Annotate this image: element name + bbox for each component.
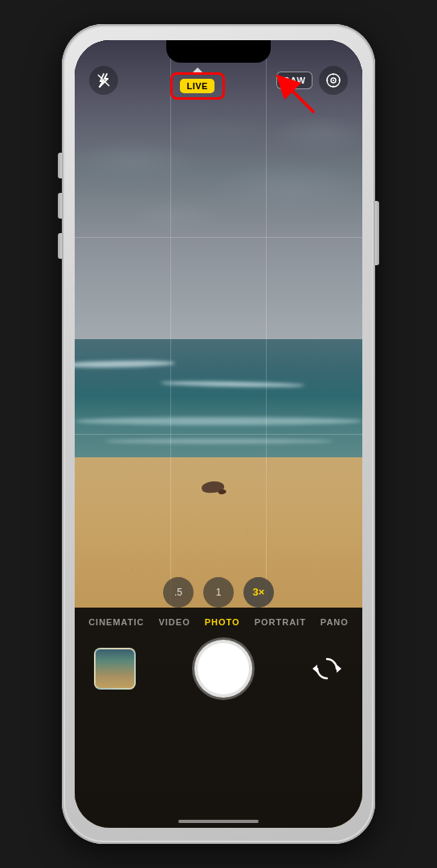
- zoom-05-button[interactable]: .5: [163, 577, 194, 608]
- live-badge[interactable]: LIVE: [180, 79, 214, 93]
- mode-video[interactable]: VIDEO: [158, 617, 190, 627]
- bottom-camera-tray: CINEMATIC VIDEO PHOTO PORTRAIT PANO: [75, 608, 362, 828]
- mute-button[interactable]: [58, 153, 62, 178]
- wave-1: [75, 360, 175, 368]
- live-badge-area: LIVE: [180, 68, 214, 93]
- wave-3: [75, 417, 362, 425]
- zoom-1-button[interactable]: 1: [203, 577, 234, 608]
- volume-down-button[interactable]: [58, 233, 62, 259]
- svg-point-12: [327, 80, 329, 81]
- photo-thumbnail[interactable]: [94, 648, 136, 690]
- flip-camera-icon: [312, 654, 341, 683]
- camera-controls-row: [75, 637, 362, 701]
- svg-line-5: [104, 74, 107, 79]
- top-camera-bar: LIVE RAW: [75, 66, 362, 95]
- svg-point-9: [333, 80, 334, 81]
- phone-screen: LIVE RAW: [75, 40, 362, 828]
- mode-photo[interactable]: PHOTO: [205, 617, 240, 627]
- flip-camera-button[interactable]: [311, 653, 343, 685]
- mode-cinematic[interactable]: CINEMATIC: [88, 617, 144, 627]
- svg-marker-16: [337, 665, 341, 673]
- volume-up-button[interactable]: [58, 193, 62, 219]
- mode-pano[interactable]: PANO: [321, 617, 349, 627]
- svg-point-13: [339, 80, 341, 81]
- mode-selector: CINEMATIC VIDEO PHOTO PORTRAIT PANO: [88, 608, 349, 633]
- clouds-layer: [75, 80, 362, 355]
- svg-point-11: [333, 86, 334, 88]
- wave-2: [161, 381, 304, 388]
- flash-button[interactable]: [89, 66, 118, 95]
- raw-button[interactable]: RAW: [276, 72, 312, 89]
- phone-frame: LIVE RAW: [62, 24, 375, 844]
- settings-icon: [325, 72, 341, 88]
- settings-button[interactable]: [319, 66, 348, 95]
- svg-point-10: [333, 74, 334, 76]
- svg-line-6: [98, 75, 109, 86]
- mode-portrait[interactable]: PORTRAIT: [255, 617, 306, 627]
- zoom-3-button[interactable]: 3×: [243, 577, 274, 608]
- svg-marker-17: [312, 665, 317, 673]
- chevron-up-icon[interactable]: [191, 68, 204, 74]
- zoom-controls: .5 1 3×: [163, 577, 274, 608]
- shutter-button[interactable]: [194, 640, 252, 698]
- home-indicator[interactable]: [178, 820, 259, 823]
- flash-icon: [96, 73, 111, 88]
- power-button[interactable]: [375, 201, 379, 265]
- notch: [166, 40, 271, 63]
- top-right-controls: RAW: [276, 66, 348, 95]
- wave-4: [104, 439, 333, 444]
